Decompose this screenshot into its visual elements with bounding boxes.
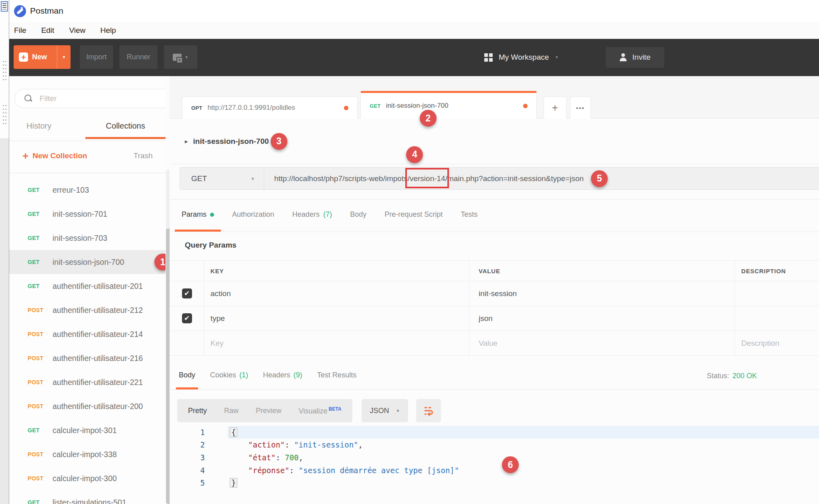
param-checkbox[interactable]: ✔: [182, 288, 192, 298]
param-description[interactable]: [735, 281, 807, 306]
tab-tests[interactable]: Tests: [454, 200, 484, 232]
list-item[interactable]: POSTauthentifier-utilisateur-216: [9, 346, 166, 370]
request-tab-init-session-json-700[interactable]: GET init-session-json-700 2: [360, 91, 537, 119]
list-item[interactable]: GETlister-simulations-501: [9, 490, 166, 504]
request-tab-polldles[interactable]: OPT http://127.0.0.1:9991/polldles: [182, 97, 358, 119]
new-button[interactable]: + New ▼: [14, 45, 71, 69]
tab-response-body[interactable]: Body: [176, 363, 198, 389]
list-item[interactable]: POSTcalculer-impot-300: [9, 466, 166, 490]
param-value[interactable]: json: [469, 306, 735, 331]
list-item[interactable]: GETauthentifier-utilisateur-201: [9, 274, 166, 298]
wrap-lines-button[interactable]: [416, 399, 441, 422]
tab-test-results[interactable]: Test Results: [314, 363, 359, 389]
method-badge: POST: [28, 307, 53, 313]
chevron-down-icon: ▼: [62, 55, 66, 59]
tab-authorization[interactable]: Authorization: [225, 200, 281, 232]
filter-input[interactable]: Filter: [14, 89, 166, 108]
query-params-table: KEY VALUE DESCRIPTION ✔ action init-sess…: [170, 260, 819, 356]
comma: ,: [358, 440, 363, 449]
tab-collections[interactable]: Collections: [85, 121, 166, 131]
view-visualize[interactable]: VisualizeBETA: [299, 406, 342, 415]
response-body-code[interactable]: 1 { 2 "action": "init-session", 3 "état"…: [170, 426, 819, 504]
tab-pre-request-script[interactable]: Pre-request Script: [378, 200, 449, 232]
view-preview[interactable]: Preview: [256, 407, 281, 415]
list-item[interactable]: POSTcalculer-impot-338: [9, 442, 166, 466]
collection-actions-row: + New Collection Trash: [9, 141, 166, 173]
list-item[interactable]: GETinit-session-703: [9, 226, 166, 250]
param-description-placeholder[interactable]: Description: [735, 331, 807, 355]
list-item[interactable]: POSTauthentifier-utilisateur-221: [9, 370, 166, 394]
sidebar-tabs: History Collections APIsBETA: [9, 118, 166, 141]
list-item[interactable]: GETcalculer-impot-301: [9, 418, 166, 442]
colon: :: [285, 440, 294, 449]
tab-label: Headers: [263, 371, 290, 379]
request-label: authentifier-utilisateur-212: [53, 306, 143, 315]
tab-history[interactable]: History: [26, 121, 51, 131]
tab-params[interactable]: Params: [175, 200, 221, 232]
runner-button[interactable]: Runner: [119, 45, 158, 69]
request-label: authentifier-utilisateur-214: [53, 330, 143, 339]
headers-count: (9): [293, 371, 302, 379]
param-value[interactable]: init-session: [469, 281, 735, 306]
workspace-switcher[interactable]: My Workspace ▼: [484, 48, 558, 66]
method-select[interactable]: GET ▼: [180, 167, 264, 190]
code-line: 4 "réponse": "session démarrée avec type…: [170, 464, 819, 477]
trash-button[interactable]: Trash: [133, 151, 153, 160]
menu-edit[interactable]: Edit: [41, 26, 55, 35]
chevron-down-icon: ▼: [555, 55, 558, 59]
postman-logo-icon: [14, 5, 26, 17]
table-row: ✔ action init-session: [170, 281, 819, 306]
tab-title: init-session-json-700: [386, 102, 449, 110]
tab-response-cookies[interactable]: Cookies(1): [207, 363, 251, 389]
menu-help[interactable]: Help: [100, 26, 116, 35]
active-line-highlight: [228, 426, 819, 439]
code-line: 1 {: [170, 426, 819, 439]
tab-body[interactable]: Body: [343, 200, 373, 232]
param-description[interactable]: [735, 306, 807, 331]
view-raw[interactable]: Raw: [224, 407, 239, 415]
tab-response-headers[interactable]: Headers(9): [260, 363, 305, 389]
collapse-caret-icon[interactable]: ▸: [185, 138, 188, 145]
tab-headers[interactable]: Headers(7): [285, 200, 339, 232]
tab-options-button[interactable]: •••: [570, 97, 591, 119]
param-key[interactable]: action: [204, 281, 469, 306]
menu-view[interactable]: View: [69, 26, 85, 35]
method-badge: GET: [28, 499, 53, 504]
list-item[interactable]: POSTauthentifier-utilisateur-200: [9, 394, 166, 418]
request-tab-strip: OPT http://127.0.0.1:9991/polldles GET i…: [170, 76, 819, 119]
json-key: "action": [248, 440, 285, 449]
list-item[interactable]: POSTauthentifier-utilisateur-214: [9, 322, 166, 346]
new-dropdown-caret[interactable]: ▼: [57, 45, 71, 69]
param-key[interactable]: type: [204, 306, 469, 331]
new-collection-button[interactable]: + New Collection: [22, 151, 87, 160]
response-status: Status: 200 OK: [707, 363, 757, 389]
annotation-badge-6: 6: [502, 456, 519, 473]
chevron-down-icon: ▼: [185, 55, 188, 59]
tab-method: GET: [370, 103, 381, 109]
workspace-grid-icon: [484, 53, 493, 62]
import-button[interactable]: Import: [80, 45, 113, 69]
new-window-button[interactable]: ▼: [164, 45, 197, 69]
wrap-lines-icon: [423, 405, 435, 417]
param-key-placeholder[interactable]: Key: [204, 331, 469, 355]
request-label: authentifier-utilisateur-216: [53, 354, 143, 363]
invite-button[interactable]: Invite: [606, 47, 664, 68]
view-pretty[interactable]: Pretty: [188, 407, 207, 415]
list-item[interactable]: GETerreur-103: [9, 178, 166, 202]
request-config-tabs: Params Authorization Headers(7) Body Pre…: [170, 200, 819, 232]
param-checkbox[interactable]: ✔: [182, 313, 192, 323]
url-input[interactable]: http://localhost/php7/scripts-web/impots…: [264, 167, 819, 190]
line-number: 2: [170, 440, 205, 449]
list-item[interactable]: GETinit-session-701: [9, 202, 166, 226]
view-visualize-label: Visualize: [299, 407, 328, 415]
new-tab-button[interactable]: +: [544, 97, 566, 119]
annotation-badge-1: 1: [154, 254, 166, 270]
table-row-placeholder: Key Value Description: [170, 331, 819, 356]
url-text: http://localhost/php7/scripts-web/impots…: [274, 174, 584, 183]
sidebar-scrollbar[interactable]: [166, 76, 170, 504]
param-value-placeholder[interactable]: Value: [469, 331, 735, 355]
menu-file[interactable]: File: [14, 26, 26, 35]
list-item-selected[interactable]: GETinit-session-json-7001: [9, 250, 166, 274]
list-item[interactable]: POSTauthentifier-utilisateur-212: [9, 298, 166, 322]
format-select[interactable]: JSON ▼: [362, 399, 408, 422]
